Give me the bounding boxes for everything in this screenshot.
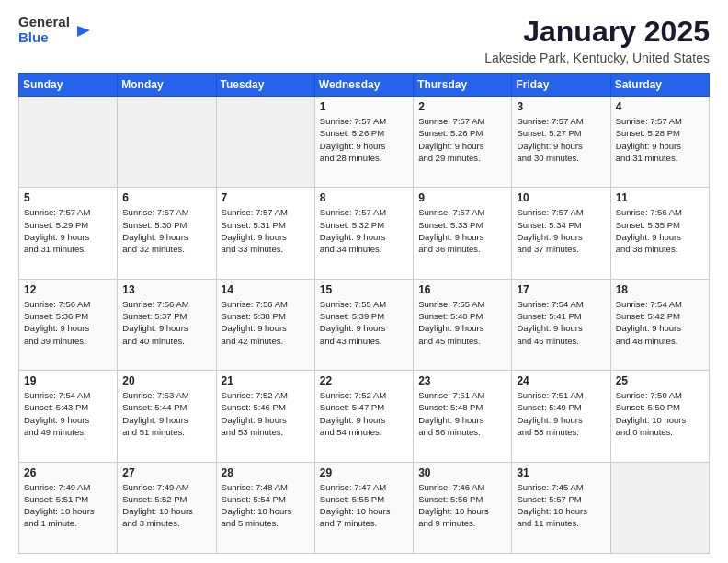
calendar-day-cell: 9Sunrise: 7:57 AM Sunset: 5:33 PM Daylig… — [414, 188, 512, 279]
calendar-day-cell: 26Sunrise: 7:49 AM Sunset: 5:51 PM Dayli… — [19, 462, 118, 553]
calendar-day-cell: 19Sunrise: 7:54 AM Sunset: 5:43 PM Dayli… — [19, 371, 118, 462]
day-info: Sunrise: 7:46 AM Sunset: 5:56 PM Dayligh… — [418, 481, 506, 530]
day-number: 14 — [222, 283, 310, 296]
calendar-day-cell: 5Sunrise: 7:57 AM Sunset: 5:29 PM Daylig… — [19, 188, 118, 279]
calendar-day-cell: 12Sunrise: 7:56 AM Sunset: 5:36 PM Dayli… — [19, 279, 118, 370]
day-number: 6 — [122, 191, 210, 204]
day-info: Sunrise: 7:57 AM Sunset: 5:29 PM Dayligh… — [24, 206, 112, 255]
logo-arrow-icon — [74, 20, 94, 40]
title-block: January 2025 Lakeside Park, Kentucky, Un… — [484, 15, 710, 65]
day-number: 19 — [24, 374, 112, 387]
day-info: Sunrise: 7:57 AM Sunset: 5:27 PM Dayligh… — [517, 115, 605, 164]
day-number: 1 — [320, 100, 408, 113]
day-number: 3 — [517, 100, 605, 113]
day-number: 16 — [418, 283, 506, 296]
calendar-day-cell: 7Sunrise: 7:57 AM Sunset: 5:31 PM Daylig… — [216, 188, 314, 279]
calendar-day-cell: 23Sunrise: 7:51 AM Sunset: 5:48 PM Dayli… — [414, 371, 512, 462]
calendar-day-cell: 2Sunrise: 7:57 AM Sunset: 5:26 PM Daylig… — [414, 97, 512, 188]
calendar-day-cell: 6Sunrise: 7:57 AM Sunset: 5:30 PM Daylig… — [118, 188, 216, 279]
calendar-week-row: 19Sunrise: 7:54 AM Sunset: 5:43 PM Dayli… — [19, 371, 710, 462]
calendar-day-cell — [118, 97, 216, 188]
page: General Blue January 2025 Lakeside Park,… — [0, 0, 728, 563]
day-info: Sunrise: 7:48 AM Sunset: 5:54 PM Dayligh… — [222, 481, 310, 530]
calendar-day-cell: 22Sunrise: 7:52 AM Sunset: 5:47 PM Dayli… — [314, 371, 413, 462]
day-number: 4 — [616, 100, 704, 113]
calendar-day-cell: 28Sunrise: 7:48 AM Sunset: 5:54 PM Dayli… — [216, 462, 314, 553]
calendar-day-cell: 4Sunrise: 7:57 AM Sunset: 5:28 PM Daylig… — [610, 97, 709, 188]
svg-marker-0 — [77, 26, 90, 37]
logo-general: General — [18, 15, 70, 30]
calendar-day-header: Wednesday — [314, 74, 413, 97]
day-info: Sunrise: 7:54 AM Sunset: 5:42 PM Dayligh… — [616, 298, 704, 347]
calendar-day-header: Thursday — [414, 74, 512, 97]
day-number: 22 — [320, 374, 408, 387]
day-number: 2 — [418, 100, 506, 113]
location: Lakeside Park, Kentucky, United States — [484, 51, 710, 65]
month-title: January 2025 — [484, 15, 710, 49]
calendar-week-row: 12Sunrise: 7:56 AM Sunset: 5:36 PM Dayli… — [19, 279, 710, 370]
day-info: Sunrise: 7:49 AM Sunset: 5:52 PM Dayligh… — [122, 481, 210, 530]
day-number: 21 — [222, 374, 310, 387]
calendar-day-cell: 18Sunrise: 7:54 AM Sunset: 5:42 PM Dayli… — [610, 279, 709, 370]
day-info: Sunrise: 7:55 AM Sunset: 5:39 PM Dayligh… — [320, 298, 408, 347]
day-info: Sunrise: 7:52 AM Sunset: 5:46 PM Dayligh… — [222, 389, 310, 438]
day-number: 7 — [222, 191, 310, 204]
day-info: Sunrise: 7:56 AM Sunset: 5:38 PM Dayligh… — [222, 298, 310, 347]
day-info: Sunrise: 7:52 AM Sunset: 5:47 PM Dayligh… — [320, 389, 408, 438]
day-info: Sunrise: 7:45 AM Sunset: 5:57 PM Dayligh… — [517, 481, 605, 530]
calendar-day-cell: 1Sunrise: 7:57 AM Sunset: 5:26 PM Daylig… — [314, 97, 413, 188]
day-info: Sunrise: 7:57 AM Sunset: 5:33 PM Dayligh… — [418, 206, 506, 255]
calendar-day-header: Tuesday — [216, 74, 314, 97]
day-info: Sunrise: 7:51 AM Sunset: 5:48 PM Dayligh… — [418, 389, 506, 438]
day-number: 8 — [320, 191, 408, 204]
day-info: Sunrise: 7:54 AM Sunset: 5:41 PM Dayligh… — [517, 298, 605, 347]
calendar-day-cell: 15Sunrise: 7:55 AM Sunset: 5:39 PM Dayli… — [314, 279, 413, 370]
day-number: 24 — [517, 374, 605, 387]
calendar-day-header: Monday — [118, 74, 216, 97]
calendar-day-cell: 31Sunrise: 7:45 AM Sunset: 5:57 PM Dayli… — [512, 462, 610, 553]
day-number: 23 — [418, 374, 506, 387]
day-number: 29 — [320, 466, 408, 479]
day-info: Sunrise: 7:53 AM Sunset: 5:44 PM Dayligh… — [122, 389, 210, 438]
day-number: 12 — [24, 283, 112, 296]
day-info: Sunrise: 7:57 AM Sunset: 5:31 PM Dayligh… — [222, 206, 310, 255]
day-info: Sunrise: 7:55 AM Sunset: 5:40 PM Dayligh… — [418, 298, 506, 347]
day-number: 18 — [616, 283, 704, 296]
calendar-day-cell: 3Sunrise: 7:57 AM Sunset: 5:27 PM Daylig… — [512, 97, 610, 188]
day-info: Sunrise: 7:57 AM Sunset: 5:32 PM Dayligh… — [320, 206, 408, 255]
day-number: 17 — [517, 283, 605, 296]
logo-blue: Blue — [18, 30, 70, 46]
day-number: 27 — [122, 466, 210, 479]
calendar-day-header: Friday — [512, 74, 610, 97]
calendar-day-cell — [610, 462, 709, 553]
day-number: 26 — [24, 466, 112, 479]
day-number: 20 — [122, 374, 210, 387]
calendar-week-row: 1Sunrise: 7:57 AM Sunset: 5:26 PM Daylig… — [19, 97, 710, 188]
day-info: Sunrise: 7:57 AM Sunset: 5:34 PM Dayligh… — [517, 206, 605, 255]
calendar-day-cell: 16Sunrise: 7:55 AM Sunset: 5:40 PM Dayli… — [414, 279, 512, 370]
calendar-day-cell: 25Sunrise: 7:50 AM Sunset: 5:50 PM Dayli… — [610, 371, 709, 462]
calendar-day-cell: 27Sunrise: 7:49 AM Sunset: 5:52 PM Dayli… — [118, 462, 216, 553]
calendar-header-row: SundayMondayTuesdayWednesdayThursdayFrid… — [19, 74, 710, 97]
day-number: 15 — [320, 283, 408, 296]
calendar-day-header: Saturday — [610, 74, 709, 97]
calendar-day-cell: 10Sunrise: 7:57 AM Sunset: 5:34 PM Dayli… — [512, 188, 610, 279]
calendar-day-cell: 13Sunrise: 7:56 AM Sunset: 5:37 PM Dayli… — [118, 279, 216, 370]
calendar-week-row: 5Sunrise: 7:57 AM Sunset: 5:29 PM Daylig… — [19, 188, 710, 279]
calendar-day-cell: 30Sunrise: 7:46 AM Sunset: 5:56 PM Dayli… — [414, 462, 512, 553]
calendar-day-cell: 24Sunrise: 7:51 AM Sunset: 5:49 PM Dayli… — [512, 371, 610, 462]
calendar-day-cell: 11Sunrise: 7:56 AM Sunset: 5:35 PM Dayli… — [610, 188, 709, 279]
day-number: 25 — [616, 374, 704, 387]
day-number: 31 — [517, 466, 605, 479]
calendar-day-header: Sunday — [19, 74, 118, 97]
calendar-day-cell: 14Sunrise: 7:56 AM Sunset: 5:38 PM Dayli… — [216, 279, 314, 370]
day-info: Sunrise: 7:57 AM Sunset: 5:26 PM Dayligh… — [320, 115, 408, 164]
day-number: 5 — [24, 191, 112, 204]
day-info: Sunrise: 7:57 AM Sunset: 5:28 PM Dayligh… — [616, 115, 704, 164]
calendar-day-cell: 8Sunrise: 7:57 AM Sunset: 5:32 PM Daylig… — [314, 188, 413, 279]
day-info: Sunrise: 7:57 AM Sunset: 5:26 PM Dayligh… — [418, 115, 506, 164]
day-info: Sunrise: 7:56 AM Sunset: 5:35 PM Dayligh… — [616, 206, 704, 255]
calendar-day-cell: 29Sunrise: 7:47 AM Sunset: 5:55 PM Dayli… — [314, 462, 413, 553]
calendar-table: SundayMondayTuesdayWednesdayThursdayFrid… — [18, 73, 710, 554]
day-number: 13 — [122, 283, 210, 296]
